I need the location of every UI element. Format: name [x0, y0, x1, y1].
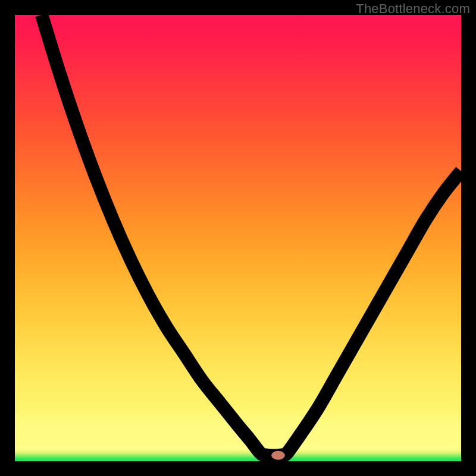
curve-svg [15, 15, 461, 461]
minimum-marker [271, 451, 285, 460]
bottleneck-curve [42, 15, 461, 456]
plot-area [15, 15, 461, 461]
chart-frame: TheBottleneck.com [0, 0, 476, 476]
watermark-text: TheBottleneck.com [356, 1, 470, 17]
